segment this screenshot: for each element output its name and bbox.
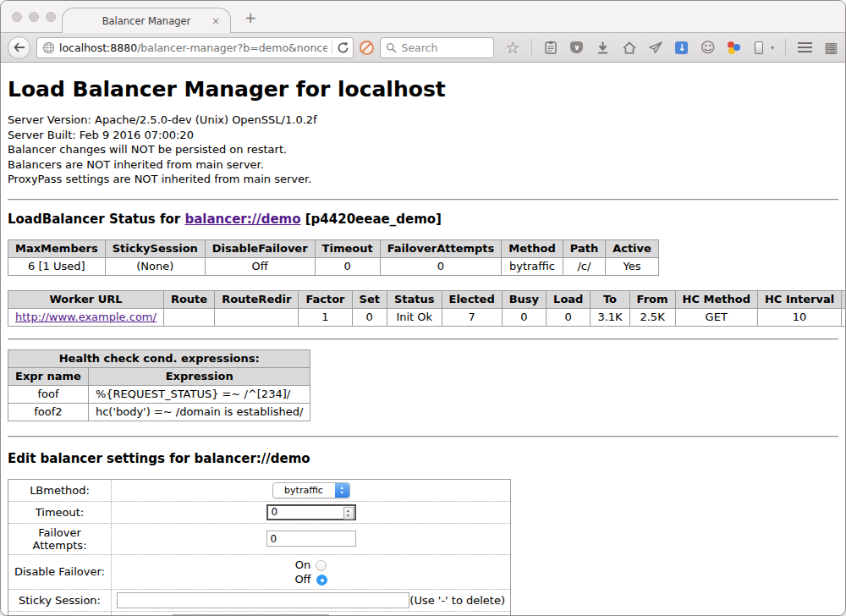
select-stepper-icon: ▴▾ xyxy=(335,483,349,498)
worker-url-link[interactable]: http://www.example.com/ xyxy=(15,311,157,323)
failover-attempts-input[interactable] xyxy=(266,531,356,547)
battery-extension-icon[interactable] xyxy=(751,40,766,55)
page-title: Load Balancer Manager for localhost xyxy=(8,63,838,113)
health-header-row: Expr nameExpression xyxy=(8,367,310,385)
balancer-column-header: Timeout xyxy=(315,239,380,257)
balancer-cell: (None) xyxy=(105,257,205,275)
reading-list-icon[interactable] xyxy=(543,40,558,55)
balancer-cell: 6 [1 Used] xyxy=(8,257,106,275)
worker-column-header: Factor xyxy=(299,290,352,308)
tab-strip: Balancer Manager × + xyxy=(1,1,845,33)
health-check-table: Health check cond. expressions: Expr nam… xyxy=(8,349,310,421)
tab-balancer-manager[interactable]: Balancer Manager × xyxy=(62,8,231,33)
proxypass-note-line: ProxyPass settings are NOT inherited fro… xyxy=(8,172,838,187)
divider xyxy=(8,338,838,340)
worker-column-header: Load xyxy=(547,290,591,308)
sticky-session-input[interactable] xyxy=(117,592,409,608)
pocket-icon[interactable]: ∨ xyxy=(569,40,585,55)
balancer-header-row: MaxMembersStickySessionDisableFailoverTi… xyxy=(8,239,659,257)
maximize-window-button[interactable] xyxy=(46,12,56,22)
urlbar-divider xyxy=(332,41,332,54)
search-box[interactable]: Search xyxy=(380,37,494,58)
balancer-status-table: MaxMembersStickySessionDisableFailoverTi… xyxy=(8,239,659,276)
balancer-demo-link[interactable]: balancer://demo xyxy=(184,212,300,227)
off-radio-label: Off xyxy=(294,572,310,586)
page-content: Load Balancer Manager for localhost Serv… xyxy=(1,63,845,616)
worker-cell: 10 xyxy=(757,308,841,326)
sticky-session-row: Sticky Session: (Use '-' to delete) xyxy=(8,589,511,611)
tab-title: Balancer Manager xyxy=(63,15,212,27)
timeout-label: Timeout: xyxy=(8,501,112,523)
worker-column-header: Set xyxy=(352,290,387,308)
chevron-down-icon[interactable]: ▾ xyxy=(771,44,774,52)
worker-cell: 7 xyxy=(442,308,502,326)
failover-on-radio[interactable] xyxy=(316,560,327,571)
worker-column-header: To xyxy=(591,290,629,308)
balancer-cell: bytraffic xyxy=(502,257,563,275)
home-icon[interactable] xyxy=(622,40,637,55)
worker-cell: 1 xyxy=(299,308,352,326)
health-column-header: Expr name xyxy=(8,367,89,385)
balancer-column-header: Method xyxy=(502,239,563,257)
colored-dots-extension-icon[interactable] xyxy=(727,41,740,54)
number-spinner-icon[interactable]: ▴▾ xyxy=(343,507,354,520)
expr-name-cell: foof xyxy=(8,385,89,403)
worker-cell xyxy=(163,308,214,326)
worker-column-header: Route xyxy=(163,290,214,308)
disable-failover-label: Disable Failover: xyxy=(8,554,112,589)
worker-data-row: http://www.example.com/ 10Init Ok7003.1K… xyxy=(8,308,846,326)
close-window-button[interactable] xyxy=(12,12,22,22)
tab-close-icon[interactable]: × xyxy=(212,15,230,27)
balancer-column-header: Path xyxy=(563,239,605,257)
worker-column-header: Worker URL xyxy=(8,290,164,308)
reload-icon[interactable] xyxy=(337,41,349,54)
downloads-icon[interactable] xyxy=(596,40,611,55)
extension-download-icon[interactable]: ↓ xyxy=(674,40,689,55)
inherit-note-line: Balancers are NOT inherited from main se… xyxy=(8,157,838,173)
lbmethod-label: LBmethod: xyxy=(8,479,112,501)
worker-column-header: RouteRedir xyxy=(215,290,299,308)
search-placeholder: Search xyxy=(401,41,437,54)
lb-status-heading: LoadBalancer Status for balancer://demo … xyxy=(8,212,838,227)
grid-extension-icon[interactable]: ▦ xyxy=(823,40,838,55)
health-row-foof2: foof2 hc('body') =~ /domain is establish… xyxy=(8,403,310,421)
url-bar[interactable]: localhost:8880/balancer-manager?b=demo&n… xyxy=(36,37,354,58)
menu-hamburger-icon[interactable] xyxy=(797,40,812,55)
worker-column-header: Elected xyxy=(442,290,502,308)
on-radio-label: On xyxy=(295,558,310,572)
worker-cell: Init Ok xyxy=(387,308,442,326)
balancer-cell: /c/ xyxy=(563,257,605,275)
worker-status-table: Worker URLRouteRouteRedirFactorSetStatus… xyxy=(8,290,845,327)
worker-column-header: Passes xyxy=(842,290,845,308)
balancer-column-header: DisableFailover xyxy=(205,239,315,257)
send-tab-icon[interactable] xyxy=(648,40,663,55)
balancer-cell: Yes xyxy=(606,257,659,275)
worker-column-header: HC Method xyxy=(675,290,757,308)
worker-cell: 0 xyxy=(547,308,591,326)
smiley-extension-icon[interactable]: ☺ xyxy=(700,40,716,55)
failover-off-radio[interactable] xyxy=(316,575,327,586)
worker-url-cell: http://www.example.com/ xyxy=(8,308,164,326)
search-icon xyxy=(386,42,397,53)
balancer-settings-form: LBmethod: bytraffic ▴▾ Timeout: ▴▾ xyxy=(8,479,511,616)
expr-name-cell: foof2 xyxy=(8,403,89,421)
new-tab-button[interactable]: + xyxy=(231,7,256,32)
lbmethod-select[interactable]: bytraffic ▴▾ xyxy=(272,482,350,498)
edit-balancer-heading: Edit balancer settings for balancer://de… xyxy=(8,451,838,466)
worker-column-header: Busy xyxy=(502,290,546,308)
failover-attempts-row: Failover Attempts: xyxy=(8,523,511,554)
worker-cell: 0 xyxy=(502,308,546,326)
add-worker-label: Add New Worker: xyxy=(8,611,112,616)
server-built-line: Server Built: Feb 9 2016 07:00:20 xyxy=(8,128,838,143)
minimize-window-button[interactable] xyxy=(29,12,39,22)
sticky-session-hint: (Use '-' to delete) xyxy=(409,594,507,607)
back-arrow-icon xyxy=(14,42,25,52)
bookmark-star-icon[interactable]: ☆ xyxy=(505,40,520,55)
worker-column-header: From xyxy=(629,290,675,308)
plugin-blocked-icon[interactable] xyxy=(360,41,374,55)
back-button[interactable] xyxy=(8,36,30,59)
toolbar-divider xyxy=(531,39,532,56)
disable-failover-row: Disable Failover: On Off xyxy=(8,554,511,589)
worker-column-header: HC Interval xyxy=(757,290,841,308)
balancer-cell: Off xyxy=(205,257,315,275)
